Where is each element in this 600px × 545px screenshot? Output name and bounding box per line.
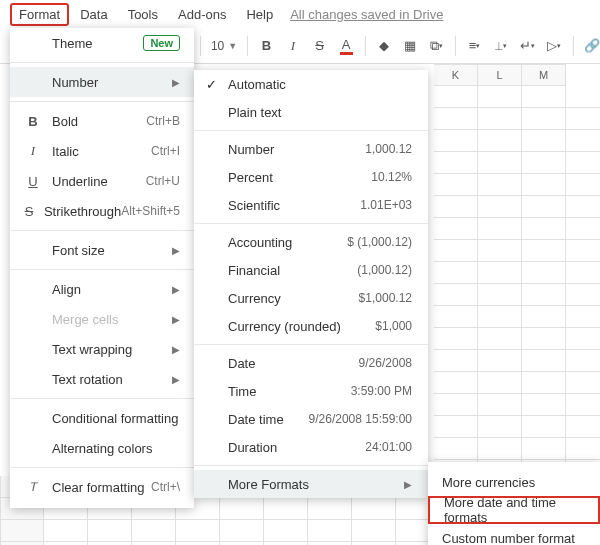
toolbar-sep <box>200 36 201 56</box>
format-dropdown: Theme New Number ▶ B Bold Ctrl+B I Itali… <box>10 28 194 508</box>
cell[interactable] <box>220 498 264 520</box>
example-value: 9/26/2008 15:59:00 <box>309 412 412 426</box>
menu-number[interactable]: Number ▶ <box>10 67 194 97</box>
cell[interactable] <box>88 520 132 542</box>
strikethrough-icon: S <box>24 204 34 219</box>
fill-color-icon[interactable]: ◆ <box>375 38 392 53</box>
menu-separator <box>10 269 194 270</box>
menu-addons[interactable]: Add-ons <box>169 3 235 26</box>
example-value: 1.01E+03 <box>360 198 412 212</box>
h-align-icon[interactable]: ≡▾ <box>466 38 483 53</box>
more-currencies[interactable]: More currencies <box>428 468 600 496</box>
menu-theme[interactable]: Theme New <box>10 28 194 58</box>
shortcut-label: Ctrl+\ <box>151 480 180 494</box>
number-plain-text[interactable]: Plain text <box>194 98 428 126</box>
rotate-icon[interactable]: ▷▾ <box>546 38 563 53</box>
menu-data[interactable]: Data <box>71 3 116 26</box>
example-value: $1,000.12 <box>359 291 412 305</box>
text-color-icon[interactable]: A <box>338 37 355 55</box>
shortcut-label: Alt+Shift+5 <box>121 204 180 218</box>
menu-label: Time <box>228 384 256 399</box>
number-percent[interactable]: Percent 10.12% <box>194 163 428 191</box>
cell[interactable] <box>132 520 176 542</box>
menu-label: Strikethrough <box>44 204 121 219</box>
menu-separator <box>10 62 194 63</box>
example-value: 3:59:00 PM <box>351 384 412 398</box>
menu-text-rotation[interactable]: Text rotation ▶ <box>10 364 194 394</box>
cell[interactable] <box>44 520 88 542</box>
menu-italic[interactable]: I Italic Ctrl+I <box>10 136 194 166</box>
number-more-formats[interactable]: More Formats ▶ <box>194 470 428 498</box>
menu-separator <box>194 344 428 345</box>
cell[interactable] <box>352 498 396 520</box>
custom-number-format[interactable]: Custom number format <box>428 524 600 545</box>
example-value: 1,000.12 <box>365 142 412 156</box>
number-datetime[interactable]: Date time 9/26/2008 15:59:00 <box>194 405 428 433</box>
menu-clear-formatting[interactable]: 𝘛 Clear formatting Ctrl+\ <box>10 472 194 502</box>
italic-icon[interactable]: I <box>285 38 302 54</box>
menu-bold[interactable]: B Bold Ctrl+B <box>10 106 194 136</box>
menu-conditional-formatting[interactable]: Conditional formatting <box>10 403 194 433</box>
font-size-value: 10 <box>211 39 224 53</box>
menu-label: Number <box>52 75 98 90</box>
submenu-arrow-icon: ▶ <box>172 314 180 325</box>
new-badge: New <box>143 35 180 51</box>
merge-icon[interactable]: ⧉▾ <box>429 38 446 54</box>
menu-align[interactable]: Align ▶ <box>10 274 194 304</box>
shortcut-label: Ctrl+U <box>146 174 180 188</box>
cell[interactable] <box>264 520 308 542</box>
example-value: $ (1,000.12) <box>347 235 412 249</box>
bold-icon: B <box>24 114 42 129</box>
menu-strikethrough[interactable]: S Strikethrough Alt+Shift+5 <box>10 196 194 226</box>
menu-label: Align <box>52 282 81 297</box>
cell[interactable] <box>264 498 308 520</box>
menu-label: More date and time formats <box>444 495 584 525</box>
menu-label: More Formats <box>228 477 309 492</box>
menu-format[interactable]: Format <box>10 3 69 26</box>
number-currency-rounded[interactable]: Currency (rounded) $1,000 <box>194 312 428 340</box>
number-accounting[interactable]: Accounting $ (1,000.12) <box>194 228 428 256</box>
example-value: 10.12% <box>371 170 412 184</box>
font-size-selector[interactable]: 10 ▼ <box>211 39 237 53</box>
menu-help[interactable]: Help <box>237 3 282 26</box>
menu-separator <box>10 230 194 231</box>
number-scientific[interactable]: Scientific 1.01E+03 <box>194 191 428 219</box>
strikethrough-icon[interactable]: S <box>311 38 328 53</box>
menu-separator <box>10 398 194 399</box>
cell[interactable] <box>308 520 352 542</box>
example-value: (1,000.12) <box>357 263 412 277</box>
italic-icon: I <box>24 143 42 159</box>
v-align-icon[interactable]: ⟂▾ <box>493 38 510 53</box>
number-number[interactable]: Number 1,000.12 <box>194 135 428 163</box>
number-time[interactable]: Time 3:59:00 PM <box>194 377 428 405</box>
number-date[interactable]: Date 9/26/2008 <box>194 349 428 377</box>
toolbar-sep <box>247 36 248 56</box>
submenu-arrow-icon: ▶ <box>172 374 180 385</box>
menu-text-wrapping[interactable]: Text wrapping ▶ <box>10 334 194 364</box>
number-duration[interactable]: Duration 24:01:00 <box>194 433 428 461</box>
bold-icon[interactable]: B <box>258 38 275 53</box>
shortcut-label: Ctrl+B <box>146 114 180 128</box>
cell[interactable] <box>220 520 264 542</box>
borders-icon[interactable]: ▦ <box>402 38 419 53</box>
menu-tools[interactable]: Tools <box>119 3 167 26</box>
menu-underline[interactable]: U Underline Ctrl+U <box>10 166 194 196</box>
row-header[interactable] <box>0 520 44 542</box>
cell[interactable] <box>308 498 352 520</box>
cell[interactable] <box>176 520 220 542</box>
wrap-icon[interactable]: ↵▾ <box>519 38 536 53</box>
number-currency[interactable]: Currency $1,000.12 <box>194 284 428 312</box>
link-icon[interactable]: 🔗 <box>583 38 600 53</box>
menu-separator <box>194 223 428 224</box>
cell[interactable] <box>352 520 396 542</box>
number-financial[interactable]: Financial (1,000.12) <box>194 256 428 284</box>
menu-alternating-colors[interactable]: Alternating colors <box>10 433 194 463</box>
number-automatic[interactable]: ✓ Automatic <box>194 70 428 98</box>
more-date-time-formats[interactable]: More date and time formats <box>428 496 600 524</box>
menu-font-size[interactable]: Font size ▶ <box>10 235 194 265</box>
toolbar-sep <box>573 36 574 56</box>
menu-label: Scientific <box>228 198 280 213</box>
menu-label: Bold <box>52 114 78 129</box>
menu-label: Financial <box>228 263 280 278</box>
underline-icon: U <box>24 174 42 189</box>
